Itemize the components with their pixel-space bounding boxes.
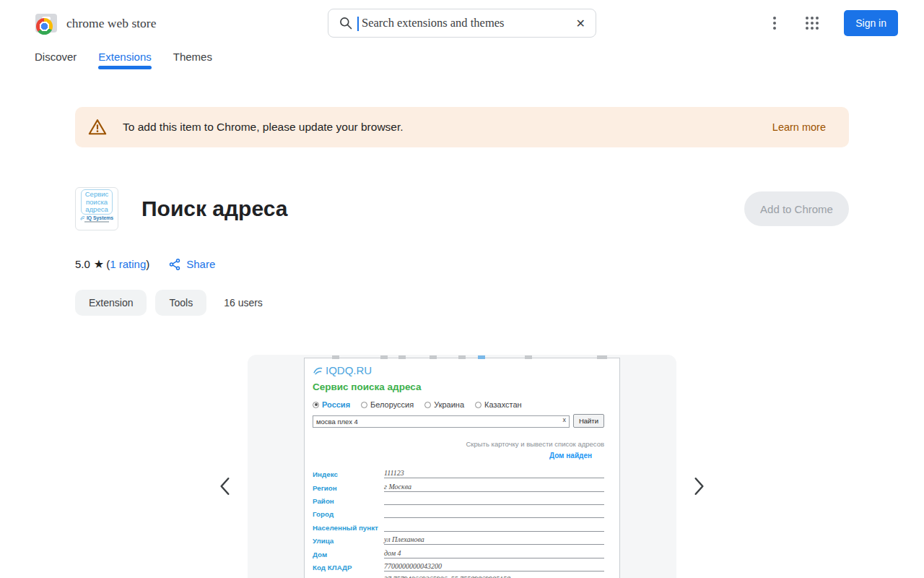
chevron-right-icon xyxy=(689,475,708,497)
category-row: Extension Tools 16 users xyxy=(75,290,849,316)
radio-selected-icon xyxy=(313,402,319,408)
browser-fragment xyxy=(597,355,607,359)
carousel-next-button[interactable] xyxy=(688,475,710,499)
share-button[interactable]: Share xyxy=(168,258,215,271)
find-button[interactable]: Найти xyxy=(573,414,604,428)
status-text: Дом найден xyxy=(313,452,604,460)
users-count: 16 users xyxy=(224,297,263,309)
field-value: дом 4 xyxy=(384,549,604,558)
sign-in-button[interactable]: Sign in xyxy=(844,10,898,36)
radio-icon xyxy=(361,402,367,408)
browser-fragment xyxy=(525,355,532,359)
text-caret xyxy=(357,17,359,31)
update-browser-banner: To add this item to Chrome, please updat… xyxy=(75,107,849,147)
paren: ) xyxy=(146,258,149,270)
chip-tools[interactable]: Tools xyxy=(155,290,206,316)
share-label: Share xyxy=(186,258,215,270)
country-radio-group: Россия Белоруссия Украина Казахстан xyxy=(313,400,604,409)
chip-extension[interactable]: Extension xyxy=(75,290,147,316)
chrome-web-store-icon xyxy=(35,12,58,35)
field-value: 111123 xyxy=(384,469,604,478)
field-label: Район xyxy=(313,497,384,505)
carousel-viewport: IQDQ.RU Сервис поиска адреса Россия Бело… xyxy=(248,355,676,578)
rating-count-link[interactable]: 1 rating xyxy=(110,258,146,270)
field-value xyxy=(384,509,604,518)
learn-more-link[interactable]: Learn more xyxy=(772,121,826,133)
rating-row: 5.0 ★ ( 1 rating ) Share xyxy=(75,257,849,271)
banner-message: To add this item to Chrome, please updat… xyxy=(123,121,404,134)
address-clear-icon[interactable]: х xyxy=(562,416,566,423)
toggle-card-link[interactable]: Скрыть карточку и вывести список адресов xyxy=(313,440,604,448)
store-header: chrome web store ✕ Sign in xyxy=(0,0,924,46)
tab-themes[interactable]: Themes xyxy=(173,51,212,69)
radio-kazakhstan[interactable]: Казахстан xyxy=(475,400,522,409)
radio-russia[interactable]: Россия xyxy=(313,400,350,409)
radio-icon xyxy=(475,402,481,408)
store-logo-link[interactable]: chrome web store xyxy=(35,12,156,35)
chevron-left-icon xyxy=(216,475,235,497)
browser-fragment xyxy=(398,355,406,359)
extension-icon: Сервис поиска адреса IQ Systems xyxy=(75,187,118,230)
site-heading: Сервис поиска адреса xyxy=(313,381,604,392)
google-apps-icon[interactable] xyxy=(799,10,825,36)
tab-extensions[interactable]: Extensions xyxy=(98,51,151,69)
field-value xyxy=(384,496,604,505)
field-value: 37.757940669265906, 55.75589869905158 xyxy=(384,575,604,578)
extension-detail-header: Сервис поиска адреса IQ Systems Поиск ад… xyxy=(75,182,849,236)
field-value: ул Плеханова xyxy=(384,535,604,545)
browser-fragment xyxy=(458,355,466,359)
field-label: Улица xyxy=(313,537,384,545)
screenshot-carousel: IQDQ.RU Сервис поиска адреса Россия Бело… xyxy=(248,355,676,578)
store-nav: Discover Extensions Themes xyxy=(0,46,924,69)
search-icon xyxy=(339,16,353,30)
share-icon xyxy=(168,258,181,271)
field-label: Город xyxy=(313,510,384,518)
iq-systems-logo: IQ Systems xyxy=(80,215,113,220)
clear-search-icon[interactable]: ✕ xyxy=(576,17,585,30)
browser-fragment xyxy=(478,355,485,359)
field-value: г Москва xyxy=(384,483,604,492)
browser-fragment xyxy=(380,355,388,359)
rating-value: 5.0 xyxy=(75,258,90,270)
field-value: 7700000000043200 xyxy=(384,562,604,571)
tab-discover[interactable]: Discover xyxy=(35,51,77,69)
browser-fragment xyxy=(332,355,339,359)
radio-belarus[interactable]: Белоруссия xyxy=(361,400,414,409)
radio-icon xyxy=(424,402,431,408)
screenshot-image: IQDQ.RU Сервис поиска адреса Россия Бело… xyxy=(304,358,620,578)
browser-fragment xyxy=(430,355,437,359)
address-form: Индекс 111123 Регион г Москва Район Горо… xyxy=(313,469,604,578)
more-options-icon[interactable] xyxy=(766,9,783,37)
store-name: chrome web store xyxy=(66,16,156,31)
carousel-prev-button[interactable] xyxy=(214,475,236,499)
address-search-row: х Найти xyxy=(313,414,604,428)
field-label: Код КЛАДР xyxy=(313,564,384,571)
address-search-input[interactable] xyxy=(313,415,570,428)
field-label: Населенный пункт xyxy=(313,524,384,532)
field-label: Дом xyxy=(313,551,384,558)
radio-ukraine[interactable]: Украина xyxy=(424,400,464,409)
search-input[interactable] xyxy=(362,16,570,30)
field-label: Регион xyxy=(313,484,384,492)
iqdq-logo-icon xyxy=(313,366,323,376)
add-to-chrome-button[interactable]: Add to Chrome xyxy=(744,191,849,226)
field-value xyxy=(384,522,604,532)
warning-icon xyxy=(88,118,107,136)
page-title: Поиск адреса xyxy=(141,197,287,221)
iqdq-logo: IQDQ.RU xyxy=(313,364,604,376)
search-bar[interactable]: ✕ xyxy=(328,9,596,38)
field-label: Индекс xyxy=(313,470,384,478)
star-icon: ★ xyxy=(94,257,104,271)
icon-text-line: адреса xyxy=(85,206,109,214)
